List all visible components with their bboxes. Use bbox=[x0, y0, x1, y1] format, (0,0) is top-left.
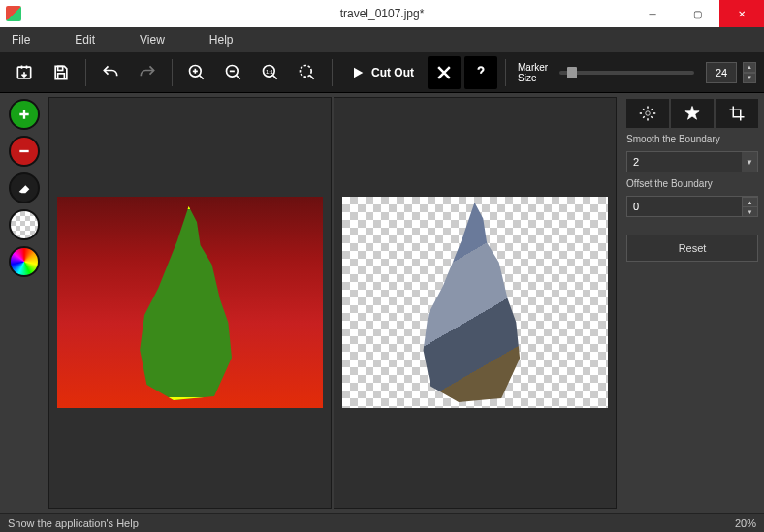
crop-icon bbox=[728, 105, 746, 122]
menu-help[interactable]: Help bbox=[209, 33, 234, 47]
menu-file[interactable]: File bbox=[12, 33, 30, 47]
titlebar: travel_0107.jpg* ─ ▢ ✕ bbox=[0, 0, 764, 27]
offset-value[interactable]: 0 bbox=[627, 197, 742, 216]
menu-edit[interactable]: Edit bbox=[75, 33, 95, 47]
smooth-dropdown[interactable]: ▼ bbox=[742, 152, 757, 172]
svg-point-8 bbox=[646, 111, 651, 116]
slider-thumb[interactable] bbox=[567, 67, 577, 78]
redo-button[interactable] bbox=[131, 56, 164, 89]
svg-point-7 bbox=[301, 65, 312, 77]
smooth-label: Smooth the Boundary bbox=[626, 134, 758, 145]
svg-rect-1 bbox=[58, 66, 63, 70]
zoom-in-button[interactable] bbox=[180, 56, 213, 89]
result-panel[interactable] bbox=[334, 97, 617, 509]
gear-icon bbox=[639, 105, 656, 122]
tab-favorites[interactable] bbox=[671, 99, 714, 128]
offset-label: Offset the Boundary bbox=[626, 178, 758, 190]
eraser-tool[interactable] bbox=[9, 172, 40, 203]
add-mask-tool[interactable] bbox=[9, 99, 40, 130]
window-title: travel_0107.jpg* bbox=[340, 7, 425, 20]
reset-button[interactable]: Reset bbox=[626, 235, 758, 262]
separator bbox=[332, 59, 333, 86]
status-help-text: Show the application's Help bbox=[8, 517, 139, 529]
source-image bbox=[57, 197, 323, 408]
foreground-mask bbox=[133, 206, 249, 400]
cancel-button[interactable] bbox=[428, 56, 461, 89]
cutout-button[interactable]: Cut Out bbox=[340, 56, 424, 89]
tab-crop[interactable] bbox=[716, 99, 758, 128]
save-button[interactable] bbox=[45, 56, 78, 89]
canvas-row bbox=[48, 93, 621, 513]
transparency-tool[interactable] bbox=[9, 209, 40, 240]
offset-up[interactable]: ▲ bbox=[742, 197, 757, 206]
play-icon bbox=[350, 65, 366, 80]
marker-size-value[interactable]: 24 bbox=[706, 62, 737, 83]
menu-view[interactable]: View bbox=[140, 33, 165, 47]
color-picker-tool[interactable] bbox=[9, 246, 40, 277]
zoom-fit-button[interactable] bbox=[291, 56, 324, 89]
cutout-label: Cut Out bbox=[371, 66, 414, 79]
main-area: Smooth the Boundary 2 ▼ Offset the Bound… bbox=[0, 93, 764, 513]
tool-tray bbox=[0, 93, 48, 513]
svg-rect-2 bbox=[58, 73, 65, 78]
marker-size-label: Marker Size bbox=[518, 62, 548, 83]
spinner-up[interactable]: ▲ bbox=[743, 62, 756, 73]
toolbar: 1:1 Cut Out Marker Size 24 ▲ ▼ bbox=[0, 52, 764, 93]
maximize-button[interactable]: ▢ bbox=[675, 0, 719, 27]
separator bbox=[85, 59, 86, 86]
undo-button[interactable] bbox=[94, 56, 127, 89]
svg-text:1:1: 1:1 bbox=[266, 68, 273, 74]
smooth-field: 2 ▼ bbox=[626, 151, 758, 172]
status-zoom: 20% bbox=[735, 517, 756, 529]
separator bbox=[505, 59, 506, 86]
app-icon bbox=[6, 6, 21, 21]
zoom-out-button[interactable] bbox=[217, 56, 250, 89]
spinner-down[interactable]: ▼ bbox=[743, 73, 756, 83]
source-panel[interactable] bbox=[48, 97, 332, 509]
zoom-actual-button[interactable]: 1:1 bbox=[254, 56, 287, 89]
offset-field: 0 ▲ ▼ bbox=[626, 196, 758, 217]
settings-panel: Smooth the Boundary 2 ▼ Offset the Bound… bbox=[621, 93, 764, 513]
marker-size-spinner: ▲ ▼ bbox=[743, 62, 756, 83]
smooth-value[interactable]: 2 bbox=[627, 152, 742, 172]
help-button[interactable] bbox=[464, 56, 497, 89]
open-button[interactable] bbox=[8, 56, 41, 89]
minimize-button[interactable]: ─ bbox=[630, 0, 675, 27]
tab-settings[interactable] bbox=[626, 99, 669, 128]
star-icon bbox=[684, 105, 701, 122]
result-image bbox=[342, 197, 608, 408]
menubar: File Edit View Help bbox=[0, 27, 764, 52]
settings-tabs bbox=[626, 99, 758, 128]
separator bbox=[172, 59, 173, 86]
window-controls: ─ ▢ ✕ bbox=[630, 0, 764, 27]
cutout-result bbox=[416, 203, 538, 402]
marker-size-slider[interactable] bbox=[559, 71, 694, 75]
close-button[interactable]: ✕ bbox=[719, 0, 764, 27]
remove-mask-tool[interactable] bbox=[9, 136, 40, 167]
statusbar: Show the application's Help 20% bbox=[0, 513, 764, 532]
app-window: travel_0107.jpg* ─ ▢ ✕ File Edit View He… bbox=[0, 0, 764, 532]
offset-down[interactable]: ▼ bbox=[742, 206, 757, 216]
offset-spinner: ▲ ▼ bbox=[742, 197, 757, 216]
